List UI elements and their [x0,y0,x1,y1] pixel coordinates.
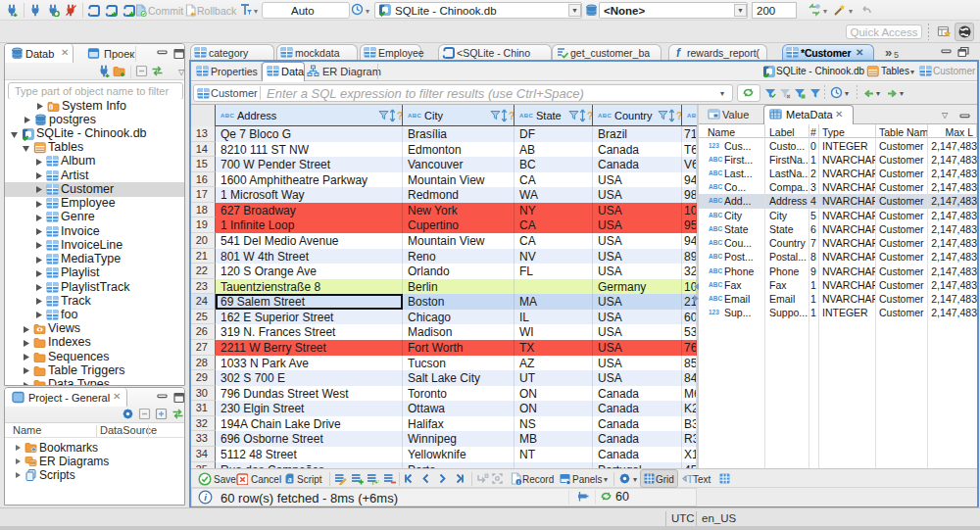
svg-text:f: f [676,46,681,59]
svg-text:i: i [204,492,207,503]
svg-text:oo: oo [30,460,36,465]
svg-text:i: i [50,104,51,109]
svg-text:a: a [288,476,292,483]
svg-text:(+): (+) [372,479,379,486]
